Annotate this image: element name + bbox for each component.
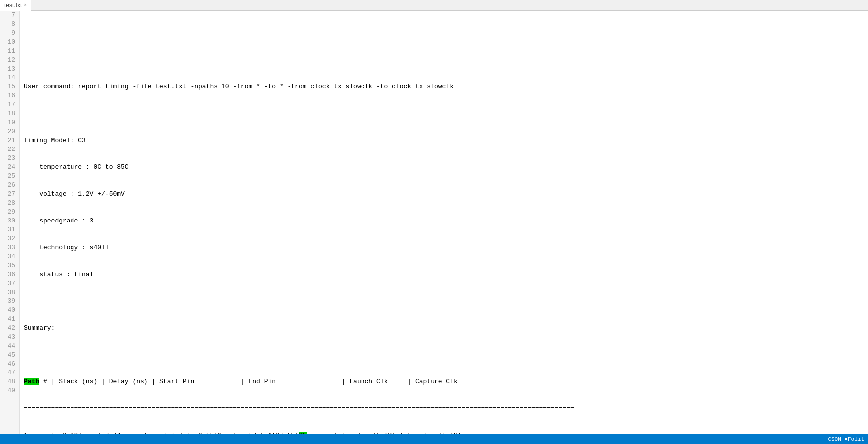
ln-18: 18	[4, 109, 15, 118]
ln-30: 30	[4, 217, 15, 225]
ln-11: 11	[4, 47, 15, 56]
title-bar: test.txt ×	[0, 0, 868, 11]
status-text: CSON ●Folit	[828, 436, 864, 442]
path-highlight-header: Path	[24, 378, 39, 385]
ln-26: 26	[4, 181, 15, 190]
ln-21: 21	[4, 136, 15, 145]
line-10	[24, 109, 868, 118]
ln-25: 25	[4, 172, 15, 181]
ln-23: 23	[4, 154, 15, 163]
ln-35: 35	[4, 261, 15, 270]
ln-13: 13	[4, 65, 15, 74]
ln-45: 45	[4, 351, 15, 360]
ln-33: 33	[4, 243, 15, 252]
line-16: status : final	[24, 270, 868, 279]
ln-29: 29	[4, 208, 15, 217]
ln-48: 48	[4, 377, 15, 386]
ln-27: 27	[4, 190, 15, 199]
ln-14: 14	[4, 74, 15, 82]
line-13: voltage : 1.2V +/-50mV	[24, 190, 868, 199]
line-9: User command: report_timing -file test.t…	[24, 82, 868, 91]
line-18: Summary:	[24, 324, 868, 333]
ln-22: 22	[4, 145, 15, 154]
ln-41: 41	[4, 315, 15, 324]
line-21: ========================================…	[24, 404, 868, 413]
ln-9: 9	[4, 29, 15, 38]
line-7	[24, 29, 868, 38]
line-14: speedgrade : 3	[24, 217, 868, 225]
ln-12: 12	[4, 56, 15, 65]
status-bar: CSON ●Folit	[0, 434, 868, 444]
ln-32: 32	[4, 234, 15, 243]
ln-43: 43	[4, 333, 15, 342]
ln-28: 28	[4, 199, 15, 208]
ln-34: 34	[4, 252, 15, 261]
tab-label: test.txt	[4, 2, 22, 9]
file-tab[interactable]: test.txt ×	[0, 0, 31, 11]
ln-37: 37	[4, 279, 15, 288]
ln-20: 20	[4, 127, 15, 136]
line-15: technology : s40ll	[24, 243, 868, 252]
line-20: Path # | Slack (ns) | Delay (ns) | Start…	[24, 377, 868, 386]
ln-36: 36	[4, 270, 15, 279]
ln-10: 10	[4, 38, 15, 47]
ln-19: 19	[4, 118, 15, 127]
editor-area[interactable]: 7 8 9 10 11 12 13 14 15 16 17 18 19 20 2…	[0, 11, 868, 434]
ln-31: 31	[4, 225, 15, 234]
ln-38: 38	[4, 288, 15, 297]
line-numbers: 7 8 9 10 11 12 13 14 15 16 17 18 19 20 2…	[0, 11, 20, 434]
line-19	[24, 351, 868, 360]
ln-49: 49	[4, 386, 15, 395]
ln-42: 42	[4, 324, 15, 333]
line-8	[24, 56, 868, 65]
line-17	[24, 297, 868, 306]
ln-17: 17	[4, 100, 15, 109]
tab-close-icon[interactable]: ×	[24, 3, 27, 8]
ln-47: 47	[4, 369, 15, 377]
ln-39: 39	[4, 297, 15, 306]
code-content[interactable]: User command: report_timing -file test.t…	[20, 11, 868, 434]
ln-46: 46	[4, 360, 15, 369]
ln-8: 8	[4, 20, 15, 29]
ln-40: 40	[4, 306, 15, 315]
ln-16: 16	[4, 91, 15, 100]
ln-44: 44	[4, 342, 15, 351]
line-11: Timing Model: C3	[24, 136, 868, 145]
ln-15: 15	[4, 82, 15, 91]
ln-24: 24	[4, 163, 15, 172]
ln-7: 7	[4, 11, 15, 20]
line-12: temperature : 0C to 85C	[24, 163, 868, 172]
main-window: test.txt × 7 8 9 10 11 12 13 14 15 16 17…	[0, 0, 868, 444]
